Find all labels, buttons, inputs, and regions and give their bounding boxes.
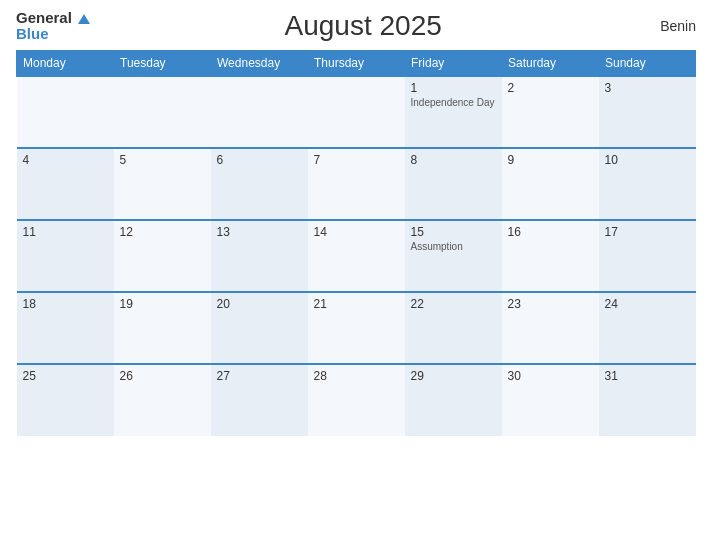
logo-triangle-icon <box>78 14 90 24</box>
country-label: Benin <box>636 18 696 34</box>
week-row-5: 25262728293031 <box>17 364 696 436</box>
col-saturday: Saturday <box>502 51 599 77</box>
week-row-2: 45678910 <box>17 148 696 220</box>
day-number: 1 <box>411 81 496 95</box>
day-number: 10 <box>605 153 690 167</box>
day-cell: 23 <box>502 292 599 364</box>
day-cell: 18 <box>17 292 114 364</box>
day-cell: 11 <box>17 220 114 292</box>
logo-general-text: General <box>16 9 72 26</box>
week-row-1: 1Independence Day23 <box>17 76 696 148</box>
day-number: 30 <box>508 369 593 383</box>
day-cell: 24 <box>599 292 696 364</box>
day-number: 14 <box>314 225 399 239</box>
day-cell: 13 <box>211 220 308 292</box>
day-number: 27 <box>217 369 302 383</box>
col-monday: Monday <box>17 51 114 77</box>
day-number: 19 <box>120 297 205 311</box>
day-event: Assumption <box>411 241 496 252</box>
header: General Blue August 2025 Benin <box>16 10 696 42</box>
week-row-4: 18192021222324 <box>17 292 696 364</box>
day-cell: 21 <box>308 292 405 364</box>
calendar-title: August 2025 <box>90 10 636 42</box>
day-number: 18 <box>23 297 108 311</box>
col-friday: Friday <box>405 51 502 77</box>
logo-blue-text: Blue <box>16 25 49 42</box>
day-number: 6 <box>217 153 302 167</box>
calendar-body: 1Independence Day23456789101112131415Ass… <box>17 76 696 436</box>
week-row-3: 1112131415Assumption1617 <box>17 220 696 292</box>
day-number: 15 <box>411 225 496 239</box>
day-number: 31 <box>605 369 690 383</box>
day-cell: 29 <box>405 364 502 436</box>
logo: General Blue <box>16 10 90 42</box>
day-cell: 28 <box>308 364 405 436</box>
day-cell <box>308 76 405 148</box>
day-cell: 8 <box>405 148 502 220</box>
day-cell: 3 <box>599 76 696 148</box>
day-number: 11 <box>23 225 108 239</box>
day-cell: 27 <box>211 364 308 436</box>
calendar-header: Monday Tuesday Wednesday Thursday Friday… <box>17 51 696 77</box>
day-number: 7 <box>314 153 399 167</box>
day-number: 3 <box>605 81 690 95</box>
day-number: 26 <box>120 369 205 383</box>
day-cell: 1Independence Day <box>405 76 502 148</box>
day-number: 25 <box>23 369 108 383</box>
day-event: Independence Day <box>411 97 496 108</box>
page: General Blue August 2025 Benin Monday Tu… <box>0 0 712 550</box>
col-sunday: Sunday <box>599 51 696 77</box>
day-cell: 5 <box>114 148 211 220</box>
day-cell <box>211 76 308 148</box>
day-number: 22 <box>411 297 496 311</box>
day-cell: 19 <box>114 292 211 364</box>
day-number: 20 <box>217 297 302 311</box>
day-cell: 25 <box>17 364 114 436</box>
day-number: 12 <box>120 225 205 239</box>
day-cell: 9 <box>502 148 599 220</box>
day-number: 21 <box>314 297 399 311</box>
day-cell: 2 <box>502 76 599 148</box>
day-number: 2 <box>508 81 593 95</box>
day-cell: 16 <box>502 220 599 292</box>
day-cell: 7 <box>308 148 405 220</box>
day-cell: 4 <box>17 148 114 220</box>
day-number: 8 <box>411 153 496 167</box>
day-cell: 20 <box>211 292 308 364</box>
day-number: 29 <box>411 369 496 383</box>
day-number: 28 <box>314 369 399 383</box>
day-number: 23 <box>508 297 593 311</box>
day-cell: 26 <box>114 364 211 436</box>
day-cell: 17 <box>599 220 696 292</box>
col-wednesday: Wednesday <box>211 51 308 77</box>
day-cell <box>17 76 114 148</box>
day-cell <box>114 76 211 148</box>
weekday-row: Monday Tuesday Wednesday Thursday Friday… <box>17 51 696 77</box>
day-cell: 22 <box>405 292 502 364</box>
day-cell: 12 <box>114 220 211 292</box>
day-cell: 14 <box>308 220 405 292</box>
day-number: 5 <box>120 153 205 167</box>
logo-top: General <box>16 10 90 26</box>
calendar-table: Monday Tuesday Wednesday Thursday Friday… <box>16 50 696 436</box>
day-number: 13 <box>217 225 302 239</box>
day-cell: 31 <box>599 364 696 436</box>
day-number: 24 <box>605 297 690 311</box>
col-thursday: Thursday <box>308 51 405 77</box>
logo-bottom: Blue <box>16 26 49 42</box>
col-tuesday: Tuesday <box>114 51 211 77</box>
day-cell: 15Assumption <box>405 220 502 292</box>
day-cell: 30 <box>502 364 599 436</box>
day-number: 9 <box>508 153 593 167</box>
day-number: 17 <box>605 225 690 239</box>
day-number: 16 <box>508 225 593 239</box>
day-cell: 10 <box>599 148 696 220</box>
day-number: 4 <box>23 153 108 167</box>
day-cell: 6 <box>211 148 308 220</box>
